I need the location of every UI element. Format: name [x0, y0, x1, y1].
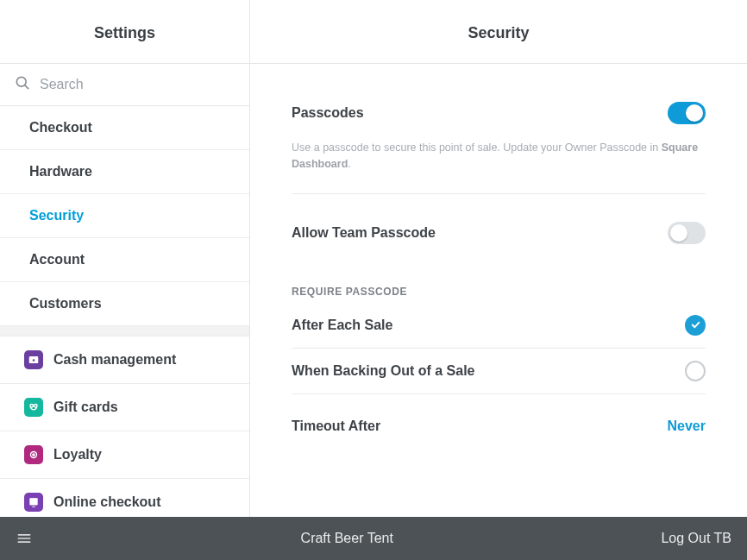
passcodes-toggle[interactable]: [668, 102, 706, 124]
svg-line-1: [25, 85, 28, 89]
sidebar-item-label: Cash management: [53, 352, 176, 368]
sidebar-item-hardware[interactable]: Hardware: [0, 150, 249, 194]
require-passcode-title: REQUIRE PASSCODE: [292, 286, 706, 298]
timeout-value[interactable]: Never: [668, 418, 706, 434]
svg-rect-4: [29, 356, 39, 358]
sidebar-item-label: Checkout: [29, 120, 92, 135]
cash-icon: [24, 350, 43, 369]
page-title: Security: [250, 0, 747, 64]
hint-suffix: .: [348, 158, 350, 170]
menu-button[interactable]: [16, 530, 33, 547]
sidebar-item-account[interactable]: Account: [0, 238, 249, 282]
svg-rect-11: [32, 507, 35, 507]
sidebar-item-label: Customers: [29, 296, 102, 311]
setting-label: Allow Team Passcode: [292, 225, 436, 241]
svg-rect-10: [29, 498, 37, 500]
search-icon: [14, 74, 31, 95]
sidebar-item-security[interactable]: Security: [0, 194, 249, 238]
hint-text: Use a passcode to secure this point of s…: [292, 142, 662, 154]
sidebar-title: Settings: [0, 0, 249, 64]
check-circle[interactable]: [685, 315, 706, 336]
setting-timeout[interactable]: Timeout After Never: [292, 406, 706, 446]
svg-point-6: [35, 405, 38, 408]
setting-label: Timeout After: [292, 418, 380, 434]
setting-label: Passcodes: [292, 105, 364, 121]
check-circle[interactable]: [685, 361, 706, 381]
sidebar-divider: [0, 326, 249, 337]
location-name: Craft Beer Tent: [33, 531, 661, 546]
setting-team-passcode: Allow Team Passcode: [292, 210, 706, 256]
sidebar-item-checkout[interactable]: Checkout: [0, 106, 249, 150]
team-passcode-toggle[interactable]: [668, 222, 706, 244]
search-row[interactable]: [0, 64, 249, 106]
sidebar-item-label: Security: [29, 208, 84, 223]
toggle-knob: [686, 104, 703, 122]
sidebar-item-label: Loyalty: [53, 447, 102, 462]
sidebar-item-label: Gift cards: [53, 400, 118, 415]
svg-point-3: [33, 359, 35, 362]
passcodes-hint: Use a passcode to secure this point of s…: [292, 136, 706, 194]
sidebar-item-label: Hardware: [29, 164, 92, 179]
search-input[interactable]: [40, 77, 235, 92]
sidebar: Settings Checkout Hardware Security: [0, 0, 250, 517]
sidebar-list: Checkout Hardware Security Account Custo…: [0, 106, 249, 517]
sidebar-item-gift-cards[interactable]: Gift cards: [0, 384, 249, 431]
sidebar-item-cash-management[interactable]: Cash management: [0, 337, 249, 384]
hamburger-icon: [16, 530, 33, 547]
online-checkout-icon: [24, 493, 43, 512]
sidebar-item-label: Online checkout: [53, 494, 160, 510]
bottom-bar: Craft Beer Tent Log Out TB: [0, 517, 747, 560]
require-option-backing-out[interactable]: When Backing Out of a Sale: [292, 349, 706, 394]
content-pane: Security Passcodes Use a passcode to sec…: [250, 0, 747, 517]
sidebar-item-online-checkout[interactable]: Online checkout: [0, 479, 249, 517]
require-option-after-each-sale[interactable]: After Each Sale: [292, 303, 706, 349]
sidebar-item-label: Account: [29, 252, 85, 267]
logout-button[interactable]: Log Out TB: [661, 531, 731, 546]
sidebar-item-loyalty[interactable]: Loyalty: [0, 431, 249, 479]
loyalty-icon: [24, 445, 43, 464]
gift-icon: [24, 398, 43, 417]
svg-point-5: [30, 405, 34, 408]
svg-point-8: [33, 454, 35, 456]
toggle-knob: [670, 224, 687, 242]
option-label: When Backing Out of a Sale: [292, 363, 474, 379]
option-label: After Each Sale: [292, 318, 392, 333]
sidebar-item-customers[interactable]: Customers: [0, 282, 249, 326]
setting-passcodes: Passcodes: [292, 90, 706, 136]
